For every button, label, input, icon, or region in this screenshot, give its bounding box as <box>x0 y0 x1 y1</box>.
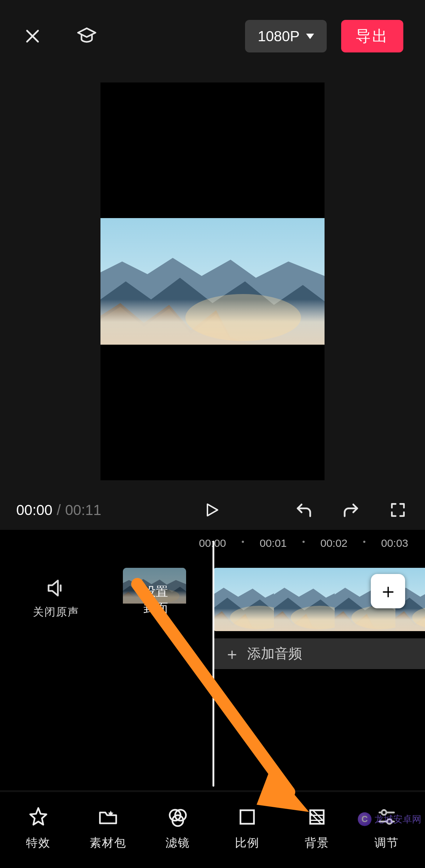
current-time: 00:00 <box>16 502 52 518</box>
header-left-group <box>22 25 98 47</box>
add-audio-track[interactable]: ＋ 添加音频 <box>213 638 425 669</box>
clip-thumb <box>213 568 274 631</box>
header-right-group: 1080P 导出 <box>245 20 403 52</box>
chevron-down-icon <box>306 34 314 39</box>
tool-label: 比例 <box>235 835 259 851</box>
set-cover-button[interactable]: 设置 封面 <box>123 568 186 631</box>
mute-original-audio[interactable]: 关闭原声 <box>0 577 112 620</box>
time-display: 00:00 / 00:11 <box>16 502 101 518</box>
tool-label: 特效 <box>26 835 51 851</box>
watermark-text: 龙城安卓网 <box>374 813 421 826</box>
tool-filter[interactable]: 滤镜 <box>143 805 212 851</box>
ruler-tick: 00:01 <box>259 537 287 549</box>
tool-label: 素材包 <box>90 835 126 851</box>
ratio-icon <box>236 805 259 829</box>
close-icon <box>23 27 42 46</box>
clip-thumb <box>274 568 335 631</box>
watermark-logo-icon: C <box>358 812 372 826</box>
filter-icon <box>166 805 189 829</box>
add-clip-button[interactable]: ＋ <box>371 574 405 608</box>
total-time: 00:11 <box>65 502 101 518</box>
playhead[interactable] <box>212 541 214 787</box>
export-label: 导出 <box>356 26 389 46</box>
tool-packs[interactable]: 素材包 <box>73 805 143 851</box>
tool-label: 背景 <box>305 835 329 851</box>
watermark: C 龙城安卓网 <box>356 810 425 828</box>
tool-label: 滤镜 <box>166 835 190 851</box>
tool-effects[interactable]: 特效 <box>4 805 73 851</box>
tool-label: 调节 <box>374 835 399 851</box>
svg-rect-8 <box>310 810 323 824</box>
graduation-cap-icon <box>76 26 97 47</box>
redo-icon <box>342 501 360 519</box>
tool-background[interactable]: 背景 <box>282 805 352 851</box>
top-header: 1080P 导出 <box>0 0 425 72</box>
bottom-toolbar: 特效 素材包 滤镜 比例 <box>0 792 425 868</box>
play-button[interactable] <box>198 497 224 523</box>
fullscreen-button[interactable] <box>387 499 409 521</box>
ruler-tick: 00:03 <box>381 537 408 549</box>
tutorial-button[interactable] <box>76 25 98 47</box>
background-icon <box>305 805 329 829</box>
packs-icon <box>96 805 120 829</box>
svg-rect-7 <box>241 810 254 824</box>
resolution-label: 1080P <box>258 28 300 44</box>
ruler-dot <box>363 541 365 543</box>
ruler-dot <box>302 541 305 543</box>
undo-icon <box>295 501 313 519</box>
playback-bar: 00:00 / 00:11 <box>0 490 425 530</box>
preview-area <box>0 72 425 490</box>
speaker-icon <box>45 577 67 599</box>
redo-button[interactable] <box>340 499 362 521</box>
timeline[interactable]: 00:00 00:01 00:02 00:03 关闭原声 设置 封面 ＋ ＋ 添… <box>0 530 425 790</box>
ruler-dot <box>242 541 244 543</box>
ruler-tick: 00:02 <box>320 537 347 549</box>
cover-label: 设置 封面 <box>141 583 168 616</box>
fullscreen-icon <box>389 501 407 519</box>
plus-icon: ＋ <box>378 578 398 605</box>
resolution-dropdown[interactable]: 1080P <box>245 20 327 52</box>
time-separator: / <box>57 502 61 518</box>
playback-right-controls <box>293 499 409 521</box>
effects-icon <box>27 805 50 829</box>
add-audio-label: 添加音频 <box>247 644 302 663</box>
undo-button[interactable] <box>293 499 315 521</box>
close-button[interactable] <box>22 25 43 47</box>
tool-ratio[interactable]: 比例 <box>212 805 282 851</box>
export-button[interactable]: 导出 <box>341 20 403 52</box>
mute-label: 关闭原声 <box>33 605 79 620</box>
play-icon <box>202 501 220 519</box>
preview-frame-image <box>100 218 325 345</box>
preview-canvas[interactable] <box>100 82 325 480</box>
